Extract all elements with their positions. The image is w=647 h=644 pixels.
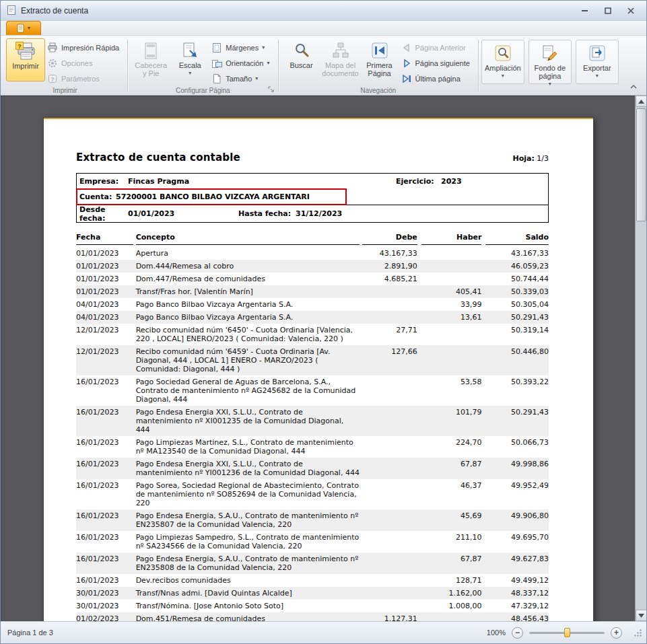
cell-concepto: Pago Endesa Energia, S.A.U., Contrato de… [136,552,360,574]
cell-concepto: Dom.451/Remesa de comunidades [136,612,360,621]
ampliacion-button[interactable]: Ampliación ▾ [483,41,522,84]
cell-debe [362,406,417,436]
buscar-button[interactable]: Buscar [282,38,321,81]
primera-pagina-button[interactable]: Primera Página [360,38,399,81]
report-header-box: Empresa: Fincas Pragma Ejercicio: 2023 C… [76,173,549,223]
chevron-up-icon [629,84,638,90]
cell-haber [421,345,482,375]
window-title: Extracto de cuenta [21,6,88,15]
cell-saldo: 49.499,12 [485,574,549,587]
app-menu-tab[interactable]: ▾ [6,21,41,35]
table-row: 16/01/2023Pago Endesa Energia XXI, S.L.U… [76,458,549,479]
chevron-down-icon: ▾ [549,81,551,87]
escala-button[interactable]: Escala ▾ [170,38,209,81]
buscar-label: Buscar [290,61,312,69]
cell-debe: 1.127,31 [362,612,417,621]
cell-concepto: Recibo comunidad núm '6459' - Cuota Ordi… [136,345,360,375]
cell-saldo: 48.337,12 [485,587,549,600]
cell-concepto: Pago Sorea, Sociedad Regional de Abastec… [136,479,360,509]
group-label-imprimir: Imprimir [3,87,127,94]
impresion-rapida-label: Impresión Rápida [61,44,119,52]
first-page-icon [371,42,388,60]
zoom-slider-thumb[interactable] [564,628,570,637]
table-row: 16/01/2023Pago Endesa Energia, S.A.U., C… [76,552,549,574]
minimize-button[interactable] [579,5,591,16]
exportar-button[interactable]: Exportar ▾ [578,41,617,84]
cell-debe [362,600,417,612]
table-row: 01/01/2023Apertura43.167,3343.167,33 [76,247,549,260]
svg-text:?: ? [50,75,55,82]
zoom-in-button[interactable]: + [611,627,622,639]
resize-grip[interactable] [634,629,642,639]
cell-saldo: 48.456,43 [485,612,549,621]
imprimir-label: Imprimir [12,62,39,70]
cell-haber: 33,99 [421,298,482,311]
zoom-slider[interactable] [529,627,605,639]
chevron-down-icon: ▾ [28,26,30,31]
table-row: 16/01/2023Pago Limpiezas Sampedro, S.L.,… [76,531,549,552]
cell-debe [362,587,417,600]
mapa-del-documento-button: Mapa del documento [321,38,360,81]
chevron-down-icon: ▾ [262,45,265,50]
cell-debe [362,285,417,298]
column-header-concepto: Concepto [136,231,360,245]
cell-fecha: 16/01/2023 [76,375,133,406]
gear-icon [47,58,58,69]
cell-debe [362,311,417,324]
dialog-launcher-icon[interactable] [267,85,275,94]
zoom-out-button[interactable]: − [512,627,523,639]
margenes-button[interactable]: Márgenes ▾ [209,40,274,55]
cell-haber: 45,69 [421,509,482,531]
scroll-up-button[interactable] [636,96,646,107]
group-imprimir: ? Imprimir Impresión Rápida Opciones ? P… [3,37,127,95]
cell-fecha: 12/01/2023 [76,345,133,375]
table-row: 16/01/2023Dev.recibos comunidades128,714… [76,574,549,587]
question-icon: ? [47,73,58,84]
cell-concepto: Pago Endesa Energia XXI, S.L.U., Contrat… [136,458,360,479]
cell-concepto: Transf/Fras hor. [Valentín Marín] [136,285,360,298]
column-header-saldo: Saldo [485,231,549,245]
cell-haber: 67,87 [421,552,482,574]
cell-haber [421,612,482,621]
hasta-fecha-value: 31/12/2023 [296,209,342,218]
scroll-down-button[interactable] [636,610,646,621]
title-bar: Extracto de cuenta [1,1,646,21]
impresion-rapida-button[interactable]: Impresión Rápida [45,40,124,55]
orientacion-button[interactable]: Orientación ▾ [209,56,274,70]
cell-haber: 128,71 [421,574,482,587]
print-preview-window: Extracto de cuenta ▾ [0,0,647,644]
imprimir-button[interactable]: ? Imprimir [6,38,45,81]
cell-saldo: 47.329,12 [485,600,549,612]
vertical-scrollbar[interactable] [635,96,646,621]
column-header-fecha: Fecha [76,231,133,245]
zoom-controls: 100% − + [487,627,642,639]
document-icon [17,24,26,33]
cell-debe: 27,71 [362,324,417,345]
exportar-label: Exportar [583,64,611,72]
cell-fecha: 04/01/2023 [76,298,133,311]
cell-saldo: 49.998,86 [485,458,549,479]
chevron-down-icon: ▾ [267,61,269,66]
close-button[interactable] [625,5,637,16]
cell-fecha: 12/01/2023 [76,324,133,345]
tamano-button[interactable]: Tamaño ▾ [209,71,274,85]
cell-saldo: 49.695,70 [485,531,549,552]
cell-saldo: 46.059,23 [485,260,549,273]
sheet-label: Hoja: [512,154,534,163]
cell-concepto: Dom.444/Remesa al cobro [136,260,360,273]
cell-fecha: 16/01/2023 [76,509,133,531]
ultima-pagina-button[interactable]: Última página [399,71,475,85]
fondo-de-pagina-button[interactable]: Fondo de página ▾ [531,41,570,89]
table-row: 16/01/2023Pago Limpiezas Martinez, S.L.,… [76,436,549,458]
previous-page-icon [401,42,412,53]
cell-debe [362,436,417,458]
cabecera-y-pie-button: Cabecera y Pie [131,38,170,81]
cell-haber: 1.008,00 [421,600,482,612]
chevron-down-icon: ▾ [502,73,504,79]
hasta-fecha-label: Hasta fecha: [238,209,296,218]
ribbon-collapse-button[interactable] [627,82,640,92]
pagina-siguiente-button[interactable]: Página siguiente [399,56,475,70]
restore-button[interactable] [602,5,614,16]
table-row: 04/01/2023Pago Banco Bilbao Vizcaya Arge… [76,311,549,324]
scrollbar-thumb[interactable] [636,108,646,221]
